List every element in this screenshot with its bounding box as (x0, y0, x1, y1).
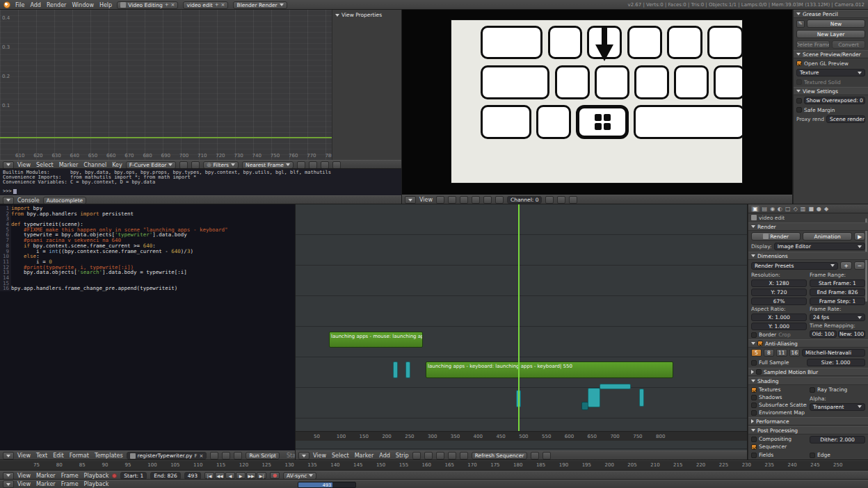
frame-slider[interactable]: 493 (298, 482, 356, 488)
panel-grease-pencil[interactable]: Grease Pencil (794, 10, 868, 18)
menu-item[interactable]: Add (30, 2, 41, 8)
refresh-sequencer-button[interactable]: Refresh Sequencer (472, 452, 528, 459)
syntax-highlight-toggle-icon[interactable] (234, 452, 242, 459)
menu-item[interactable]: Playback (84, 473, 109, 479)
hide-hidden-icon[interactable] (191, 161, 200, 169)
checkbox-ray-tracing[interactable]: Ray Tracing (810, 387, 847, 393)
menu-item[interactable]: Select (36, 162, 54, 168)
editor-type-icon[interactable] (3, 197, 14, 204)
sequencer-strip[interactable] (600, 384, 631, 389)
gp-new-button[interactable]: New (807, 19, 865, 28)
menu-item[interactable]: File (15, 2, 24, 8)
editor-type-icon[interactable] (298, 452, 310, 459)
close-layout-icon[interactable]: × (171, 2, 175, 8)
text-editor-canvas[interactable]: 1import bpy2from bpy.app.handlers import… (0, 204, 296, 450)
dither-field[interactable]: Dither: 2.000 (810, 436, 865, 444)
menu-item[interactable]: View (17, 481, 31, 487)
mute-icon[interactable] (569, 196, 577, 204)
transport-button[interactable]: ▶| (257, 472, 266, 479)
start-frame-field[interactable]: Start Frame: 1 (810, 279, 865, 287)
sequence-icon[interactable] (436, 452, 444, 459)
view-switch-icon[interactable] (531, 452, 539, 459)
proxy-icon[interactable] (557, 196, 565, 204)
panel-render[interactable]: Render (748, 222, 868, 231)
remap-old-field[interactable]: Old: 100 (810, 330, 837, 338)
remap-new-field[interactable]: New: 100 (838, 330, 865, 338)
menu-item[interactable]: Select (332, 453, 349, 459)
menu-item[interactable]: Marker (36, 473, 56, 479)
menu-item[interactable]: Format (70, 453, 89, 459)
magnet-snap-icon[interactable] (321, 161, 329, 169)
aa-samples-11[interactable]: 11 (776, 349, 787, 357)
aa-samples-8[interactable]: 8 (764, 349, 774, 357)
full-sample-checkbox[interactable]: Full Sample (751, 359, 805, 366)
resolution-x-field[interactable]: X: 1280 (751, 279, 807, 287)
transport-button[interactable]: ◀ (225, 472, 235, 479)
checkbox-sequencer[interactable]: Sequencer (751, 444, 807, 450)
console-output[interactable]: Builtin Modules: bpy, bpy.data, bpy.ops,… (0, 169, 402, 195)
alpha-selector[interactable]: Transparent (810, 403, 865, 411)
aa-size-field[interactable]: Size: 1.000 (807, 359, 866, 366)
aspect-x-field[interactable]: X: 1.000 (751, 314, 807, 321)
menu-item[interactable]: Playback (84, 481, 109, 487)
properties-tab[interactable]: ▣ (751, 206, 760, 212)
transport-button[interactable]: ◀◀ (215, 472, 225, 479)
sequencer-strip[interactable] (393, 361, 398, 378)
checkbox-compositing[interactable]: Compositing (751, 436, 807, 442)
copy-keyframes-icon[interactable] (297, 161, 305, 169)
fcurve-mode-selector[interactable]: F-Curve Editor (126, 161, 177, 169)
options-icon[interactable] (542, 452, 551, 459)
frame-step-field[interactable]: Frame Step: 1 (810, 298, 865, 305)
border-checkbox[interactable]: BorderCrop (751, 332, 807, 338)
menu-item[interactable]: View (17, 453, 31, 459)
fcurve-line[interactable] (0, 137, 332, 138)
aa-samples-16[interactable]: 16 (789, 349, 801, 357)
render-engine-selector[interactable]: Blender Render (233, 1, 287, 9)
panel-view-settings[interactable]: View Settings (794, 87, 868, 95)
panel-anti-aliasing[interactable]: Anti-Aliasing (748, 339, 868, 348)
record-button[interactable]: ● (270, 472, 280, 479)
overexposed-slider[interactable]: Show Overexposed: 0 (804, 97, 865, 104)
sequencer-canvas[interactable]: launching apps - mouse: launching apps -… (296, 204, 748, 450)
properties-tab[interactable]: ● (817, 206, 821, 212)
checkbox-textures[interactable]: Textures (751, 387, 807, 393)
properties-tab[interactable]: ◇ (794, 206, 798, 212)
unlink-text-icon[interactable]: × (200, 453, 204, 459)
console-menu[interactable]: Console (17, 197, 40, 204)
panel-scene-preview-render[interactable]: Scene Preview/Render (794, 50, 868, 58)
aspect-y-field[interactable]: Y: 1.000 (751, 323, 807, 330)
only-selected-icon[interactable] (179, 161, 188, 169)
sequencer-strip[interactable]: launching apps - mouse: launching apps -… (329, 332, 423, 348)
render-presets-selector[interactable]: Render Presets (751, 262, 838, 270)
add-preset-button[interactable]: + (840, 261, 851, 270)
resolution-percent-field[interactable]: 67% (751, 298, 807, 305)
graph-editor-canvas[interactable]: 0.40.30.20.1 610620630640650660670680690… (0, 10, 332, 160)
menu-item[interactable]: Key (112, 162, 122, 168)
luma-waveform-icon[interactable] (460, 196, 468, 204)
playhead[interactable] (518, 204, 520, 441)
menu-item[interactable]: Frame (61, 473, 79, 479)
opengl-preview-checkbox[interactable]: Open GL Preview (794, 59, 868, 67)
properties-tab[interactable]: □ (785, 206, 791, 212)
textured-solid-checkbox[interactable]: Textured Solid (794, 78, 868, 86)
pivot-point-icon[interactable] (332, 161, 341, 169)
gp-convert-button[interactable]: Convert (832, 40, 865, 49)
fps-selector[interactable]: 24 fps (810, 314, 865, 321)
menu-item[interactable]: Marker (36, 481, 56, 487)
display-selector[interactable]: Image Editor (774, 243, 865, 250)
properties-tab[interactable]: ▥ (801, 206, 806, 212)
menu-item[interactable]: View (313, 453, 326, 459)
properties-tab[interactable]: ◉ (770, 206, 775, 212)
chroma-vectorscope-icon[interactable] (472, 196, 480, 204)
record-icon[interactable] (112, 473, 117, 478)
menu-item[interactable]: View (17, 162, 31, 168)
checkbox-subsurface-scattering[interactable]: Subsurface Scattering (751, 402, 807, 408)
blender-logo-icon[interactable] (3, 1, 10, 8)
paste-keyframes-icon[interactable] (309, 161, 317, 169)
animation-button[interactable]: Animation (803, 232, 852, 241)
sequencer-strip[interactable] (639, 389, 644, 407)
sequencer-strip[interactable]: launching apps - keyboard: launching app… (426, 361, 673, 378)
panel-post-processing[interactable]: Post Processing (748, 426, 868, 434)
preview-canvas[interactable] (402, 10, 793, 195)
proxy-size-selector[interactable]: Scene render size (826, 115, 865, 123)
